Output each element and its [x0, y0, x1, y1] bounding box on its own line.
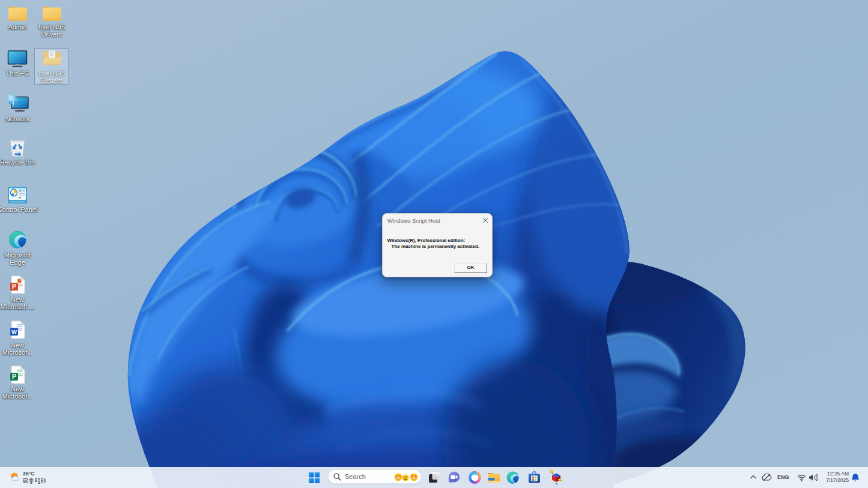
svg-text:P: P	[12, 283, 16, 290]
svg-text:W: W	[11, 328, 17, 335]
svg-text:P: P	[12, 373, 16, 380]
